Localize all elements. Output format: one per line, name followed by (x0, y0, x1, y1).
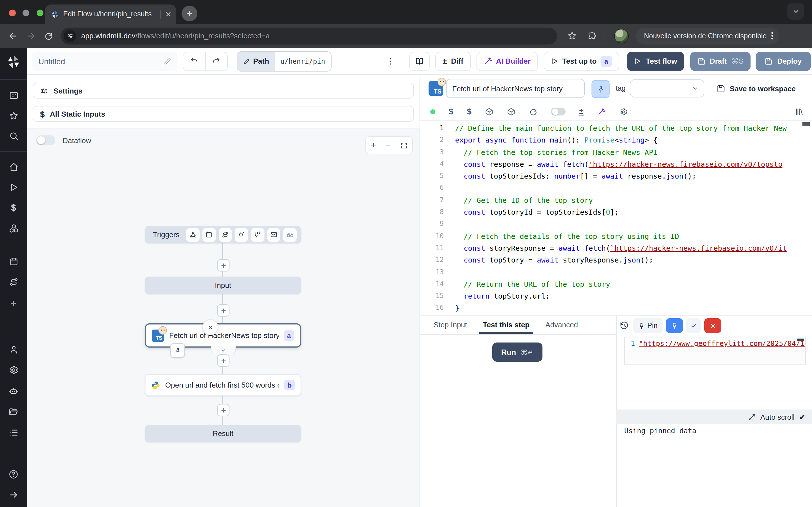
sidebar-item-folders-icon[interactable] (8, 407, 18, 417)
close-window-button[interactable] (9, 10, 16, 16)
resources-dollar-icon[interactable]: $ (467, 107, 471, 116)
profile-avatar[interactable] (614, 29, 629, 43)
pin-button[interactable]: Pin (633, 318, 663, 333)
path-value[interactable]: u/henri/pin (274, 52, 331, 71)
editor-toggle[interactable] (551, 108, 566, 115)
run-button[interactable]: Run ⌘↵ (492, 342, 543, 362)
url-bar[interactable]: app.windmill.dev/flows/edit/u/henri/pin_… (61, 27, 557, 44)
zoom-in-button[interactable]: + (371, 140, 376, 151)
editor-settings-gear-icon[interactable] (619, 107, 627, 116)
deploy-button[interactable]: Deploy (756, 52, 811, 71)
editor-scrollbar-thumb[interactable] (802, 122, 810, 126)
diff-button[interactable]: ± Diff (435, 52, 470, 71)
sidebar-item-home-icon[interactable] (9, 162, 18, 172)
tab-step-input[interactable]: Step Input (434, 321, 467, 334)
more-options-kebab-icon[interactable] (386, 57, 395, 66)
chrome-menu-icon[interactable] (772, 32, 773, 40)
plus-minus-diff-icon[interactable]: ± (579, 108, 583, 115)
package-icon[interactable] (507, 107, 515, 116)
clear-pin-button[interactable] (704, 318, 721, 333)
step-a-node[interactable]: TS Fetch url of HackerNews top story a (145, 323, 301, 348)
tab-test-this-step[interactable]: Test this step (483, 321, 530, 334)
schedule-trigger-icon[interactable] (202, 228, 216, 241)
code-line[interactable]: 2export async function main(): Promise<s… (420, 134, 812, 147)
code-line[interactable]: 6 (420, 182, 812, 194)
code-line[interactable]: 9 (420, 218, 812, 230)
zoom-out-button[interactable]: − (386, 140, 391, 151)
all-static-inputs-row[interactable]: $ All Static Inputs (33, 106, 414, 122)
pin-active-button[interactable] (666, 318, 683, 333)
sidebar-item-routes-icon[interactable] (9, 277, 18, 287)
flow-settings-row[interactable]: Settings (33, 83, 414, 99)
flow-canvas[interactable]: Dataflow + − Triggers (27, 128, 419, 507)
test-flow-button[interactable]: Test flow (627, 52, 684, 71)
email-trigger-icon[interactable] (267, 228, 280, 241)
sidebar-item-apps-window-icon[interactable] (9, 91, 18, 100)
code-editor[interactable]: 1// Define the main function to fetch th… (420, 121, 812, 316)
code-line[interactable]: 8 const topStoryId = topStoriesIds[0]; (420, 206, 812, 218)
sidebar-item-resources-cubes-icon[interactable] (9, 224, 18, 233)
path-label-segment[interactable]: Path (238, 52, 274, 71)
add-step-button[interactable] (217, 354, 230, 367)
dataflow-toggle[interactable] (36, 135, 55, 145)
sidebar-item-variables-dollar-icon[interactable]: $ (11, 203, 16, 213)
pinned-data-editor[interactable]: 1 "https://www.geoffreylitt.com/2025/04/… (624, 337, 806, 365)
sidebar-item-favorites-star-icon[interactable] (9, 111, 18, 121)
sidebar-item-runs-play-icon[interactable] (9, 182, 18, 192)
traffic-lights[interactable] (9, 8, 43, 18)
code-line[interactable]: 13 (420, 266, 812, 278)
library-icon[interactable] (795, 107, 804, 116)
websocket-trigger-icon[interactable] (235, 228, 248, 241)
triggers-node[interactable]: Triggers (145, 226, 301, 243)
sidebar-item-logs-list-icon[interactable] (8, 428, 18, 438)
test-up-to-button[interactable]: Test up to a (544, 52, 619, 71)
back-icon[interactable] (8, 31, 18, 41)
reload-icon[interactable] (529, 107, 538, 116)
poll-binoculars-icon[interactable] (283, 228, 297, 241)
code-line[interactable]: 4 const response = await fetch('https://… (420, 158, 812, 170)
flow-name-box[interactable]: Untitled (32, 52, 177, 71)
minimize-window-button[interactable] (23, 10, 30, 16)
input-node[interactable]: Input (145, 277, 301, 294)
auto-scroll-checkbox[interactable]: ✔ (799, 413, 805, 421)
redo-button[interactable] (205, 52, 227, 70)
bookmark-star-icon[interactable] (567, 31, 577, 41)
tag-select[interactable] (630, 79, 704, 98)
site-controls-icon[interactable] (64, 30, 76, 42)
code-line[interactable]: 15 return topStory.url; (420, 290, 812, 302)
webhook-trigger-icon[interactable] (186, 228, 199, 241)
pinned-data-line[interactable]: 1 "https://www.geoffreylitt.com/2025/04/… (625, 337, 805, 350)
reload-icon[interactable] (44, 31, 53, 40)
add-step-button[interactable] (217, 304, 230, 317)
http-route-trigger-icon[interactable] (218, 228, 232, 241)
windmill-logo[interactable] (6, 55, 21, 69)
browser-tab[interactable]: Edit Flow u/henri/pin_results ✕ (45, 4, 176, 24)
maximize-window-button[interactable] (37, 10, 43, 16)
code-line[interactable]: 11 const storyResponse = await fetch(`ht… (420, 242, 812, 255)
sidebar-item-workers-robot-icon[interactable] (8, 386, 18, 396)
sidebar-item-search-icon[interactable] (9, 131, 18, 141)
history-icon[interactable] (620, 321, 629, 330)
ai-builder-button[interactable]: AI Builder (476, 52, 538, 71)
code-line[interactable]: 14 // Return the URL of the top story (420, 278, 812, 290)
pin-active-button[interactable] (592, 80, 610, 98)
sidebar-item-schedules-calendar-icon[interactable] (9, 257, 18, 267)
code-line[interactable]: 3 // Fetch the top stories from Hacker N… (420, 146, 812, 158)
save-to-workspace-button[interactable]: Save to workspace (717, 80, 796, 97)
accept-check-button[interactable] (686, 318, 701, 333)
forward-icon[interactable] (26, 31, 36, 41)
new-tab-button[interactable]: + (182, 6, 197, 21)
fit-view-button[interactable] (400, 142, 407, 149)
ai-wand-icon[interactable] (597, 107, 606, 116)
code-line[interactable]: 5 const topStoriesIds: number[] = await … (420, 170, 812, 182)
event-stream-trigger-icon[interactable] (251, 228, 264, 241)
edit-pencil-icon[interactable] (163, 57, 171, 65)
code-line[interactable]: 10 // Fetch the details of the top story… (420, 230, 812, 242)
tab-search-chevron-icon[interactable] (787, 3, 804, 20)
result-node[interactable]: Result (145, 425, 301, 442)
sidebar-expand-arrow-icon[interactable] (9, 490, 18, 500)
step-b-node[interactable]: Open url and fetch first 500 words of ..… (145, 374, 301, 396)
scrollbar-thumb[interactable] (797, 339, 804, 341)
tab-advanced[interactable]: Advanced (545, 321, 578, 334)
sidebar-item-settings-gear-icon[interactable] (8, 365, 18, 375)
